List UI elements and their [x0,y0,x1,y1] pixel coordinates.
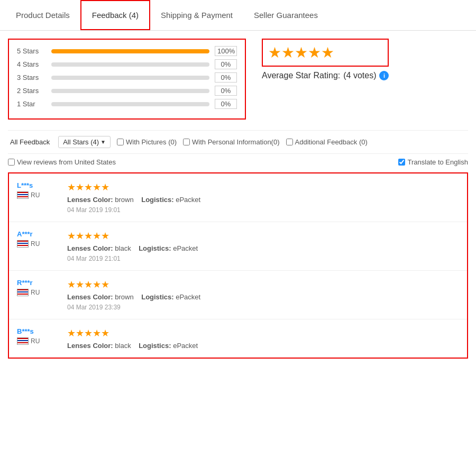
review-item: L***s RU ★★★★★ Lenses Color: brown Logis… [9,173,467,222]
review-details: ★★★★★ Lenses Color: black Logistics: ePa… [67,230,459,262]
country-code: RU [31,289,40,296]
flag-icon [17,337,29,345]
translate-text: Translate to English [408,158,468,166]
country-code: RU [31,191,40,199]
bar-pct: 0% [215,72,237,83]
reviewer-info: B***s RU [17,327,59,345]
lenses-label: Lenses Color: [67,244,113,252]
with-pictures-filter[interactable]: With Pictures (0) [117,138,177,146]
large-stars: ★★★★★ [268,44,334,61]
view-reviews-text: View reviews from United States [17,158,116,166]
star-summary: ★★★★★ Average Star Rating: (4 votes) i [262,39,389,80]
review-details: ★★★★★ Lenses Color: black Logistics: ePa… [67,327,459,350]
bar-row: 1 Star 0% [17,99,237,109]
info-icon[interactable]: i [379,71,389,80]
review-stars: ★★★★★ [67,181,459,193]
rating-bars-box: 5 Stars 100% 4 Stars 0% 3 Stars 0% 2 Sta… [8,39,246,120]
tab-feedback[interactable]: Feedback (4) [80,0,150,30]
flag-icon [17,289,29,296]
review-stars: ★★★★★ [67,327,459,339]
reviewer-name: A***r [17,230,59,238]
logistics-value: ePacket [176,293,200,301]
review-stars: ★★★★★ [67,279,459,290]
tab-shipping[interactable]: Shipping & Payment [150,0,243,30]
flag-icon [17,240,29,248]
filter-bar: All Feedback All Stars (4) ▼ With Pictur… [8,130,468,154]
bar-pct: 100% [215,46,237,56]
bar-track [51,102,209,106]
reviewer-info: L***s RU [17,181,59,199]
bar-label: 5 Stars [17,47,51,55]
review-meta: Lenses Color: brown Logistics: ePacket [67,196,459,204]
review-item: B***s RU ★★★★★ Lenses Color: black Logis… [9,319,467,358]
lenses-label: Lenses Color: [67,196,113,204]
with-pictures-label: With Pictures (0) [126,138,177,146]
review-date: 04 Mar 2019 23:39 [67,304,459,311]
lenses-label: Lenses Color: [67,293,113,301]
review-meta: Lenses Color: black Logistics: ePacket [67,244,459,252]
additional-checkbox[interactable] [286,139,293,145]
options-left: View reviews from United States [8,158,116,166]
bar-row: 3 Stars 0% [17,72,237,83]
reviewer-name: B***s [17,327,59,335]
review-star-icons: ★★★★★ [67,279,109,290]
bar-track [51,49,209,53]
review-meta: Lenses Color: brown Logistics: ePacket [67,293,459,301]
bar-pct: 0% [215,59,237,69]
reviewer-name: R***r [17,279,59,287]
translate-label[interactable]: Translate to English [398,158,468,166]
all-stars-label: All Stars (4) [63,138,99,146]
reviewer-name: L***s [17,181,59,189]
bar-fill [51,49,209,53]
options-right: Translate to English [398,158,468,166]
review-item: R***r RU ★★★★★ Lenses Color: brown Logis… [9,271,467,319]
bar-pct: 0% [215,86,237,96]
country-code: RU [31,337,40,345]
review-header: A***r RU ★★★★★ Lenses Color: black Logis… [17,230,459,262]
all-feedback-btn[interactable]: All Feedback [8,137,52,147]
reviews-box: L***s RU ★★★★★ Lenses Color: brown Logis… [8,172,468,359]
with-pictures-checkbox[interactable] [117,139,124,145]
review-stars: ★★★★★ [67,230,459,242]
tab-seller[interactable]: Seller Guarantees [243,0,328,30]
bar-row: 5 Stars 100% [17,46,237,56]
additional-filter[interactable]: Additional Feedback (0) [286,138,368,146]
logistics-label: Logistics: [141,293,173,301]
reviewer-country: RU [17,191,59,199]
bar-label: 4 Stars [17,60,51,68]
logistics-value: ePacket [173,244,198,252]
reviewer-country: RU [17,240,59,248]
logistics-label: Logistics: [141,196,173,204]
tabs-container: Product DetailsFeedback (4)Shipping & Pa… [0,0,476,31]
logistics-value: ePacket [173,342,198,350]
with-personal-checkbox[interactable] [183,139,190,145]
review-star-icons: ★★★★★ [67,182,109,193]
lenses-value: brown [115,293,133,301]
stars-large-box: ★★★★★ [262,39,389,67]
translate-checkbox[interactable] [398,159,405,166]
reviewer-info: R***r RU [17,279,59,296]
with-personal-filter[interactable]: With Personal Information(0) [183,138,279,146]
view-reviews-label[interactable]: View reviews from United States [8,158,116,166]
all-stars-dropdown[interactable]: All Stars (4) ▼ [58,136,111,148]
options-row: View reviews from United States Translat… [8,154,468,172]
logistics-label: Logistics: [139,244,171,252]
additional-label: Additional Feedback (0) [295,138,368,146]
bar-row: 4 Stars 0% [17,59,237,69]
review-meta: Lenses Color: black Logistics: ePacket [67,342,459,350]
avg-label: Average Star Rating: [262,71,340,80]
review-date: 04 Mar 2019 19:01 [67,206,459,214]
review-header: R***r RU ★★★★★ Lenses Color: brown Logis… [17,279,459,311]
lenses-value: brown [115,196,133,204]
reviewer-info: A***r RU [17,230,59,248]
bar-pct: 0% [215,99,237,109]
flag-icon [17,191,29,199]
votes-text: (4 votes) [343,71,376,80]
bar-label: 1 Star [17,100,51,108]
country-code: RU [31,240,40,248]
bar-row: 2 Stars 0% [17,86,237,96]
review-details: ★★★★★ Lenses Color: brown Logistics: ePa… [67,181,459,214]
tab-product-details[interactable]: Product Details [5,0,80,30]
view-reviews-checkbox[interactable] [8,159,15,166]
lenses-value: black [115,244,131,252]
